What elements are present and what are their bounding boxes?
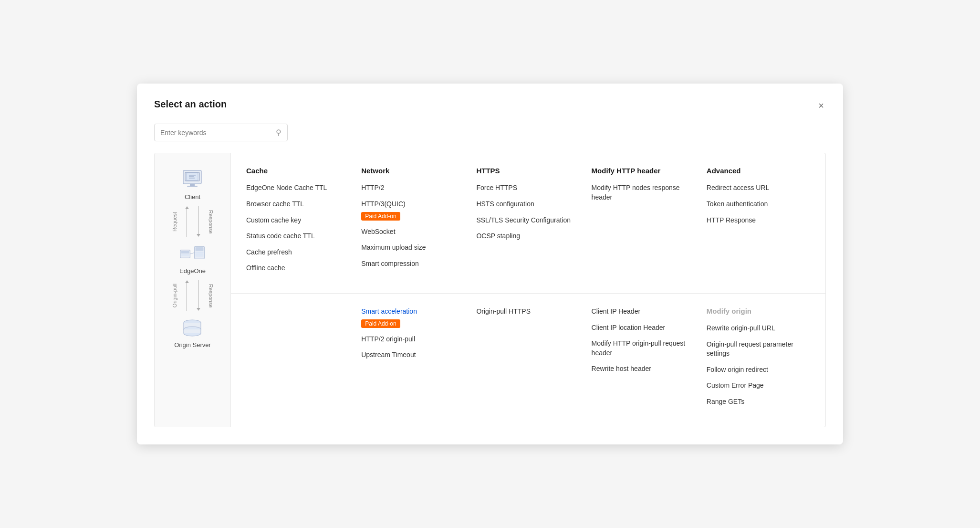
search-icon: ⚲ <box>276 128 281 137</box>
edgeone-icon <box>179 243 206 265</box>
svg-rect-3 <box>190 184 195 186</box>
section-modify-http-header: Modify HTTP header Modify HTTP nodes res… <box>592 167 707 280</box>
item-client-ip-header[interactable]: Client IP Header <box>592 307 695 317</box>
item-smart-acceleration-wrapper: Smart acceleration Paid Add-on <box>361 307 465 328</box>
modal-header: Select an action × <box>154 99 826 112</box>
item-modify-http-nodes-response-header[interactable]: Modify HTTP nodes response header <box>592 183 695 202</box>
section-cache-bottom <box>246 307 361 413</box>
item-origin-pull-https[interactable]: Origin-pull HTTPS <box>476 307 580 317</box>
sections-bottom-row: Smart acceleration Paid Add-on HTTP/2 or… <box>231 294 825 427</box>
item-custom-cache-key[interactable]: Custom cache key <box>246 216 350 225</box>
origin-server-icon <box>179 317 206 339</box>
sidebar-diagram: Client Request Resp <box>162 169 223 348</box>
http3-paid-badge: Paid Add-on <box>361 212 400 221</box>
item-status-code-cache-ttl[interactable]: Status code cache TTL <box>246 232 350 241</box>
svg-rect-4 <box>187 186 198 187</box>
item-smart-compression[interactable]: Smart compression <box>361 259 465 269</box>
section-https-bottom: Origin-pull HTTPS <box>476 307 591 413</box>
arrow-group-2: Origin-pull Response <box>174 276 212 315</box>
section-network: Network HTTP/2 HTTP/3(QUIC) Paid Add-on … <box>361 167 476 280</box>
item-custom-error-page[interactable]: Custom Error Page <box>707 381 810 391</box>
modal: Select an action × ⚲ <box>137 84 843 444</box>
edgeone-node: EdgeOne <box>179 243 206 275</box>
origin-server-node: Origin Server <box>174 317 211 348</box>
section-modify-http-header-bottom: Client IP Header Client IP location Head… <box>592 307 707 413</box>
svg-rect-15 <box>195 252 203 253</box>
search-bar: ⚲ <box>154 124 288 141</box>
item-browser-cache-ttl[interactable]: Browser cache TTL <box>246 200 350 209</box>
svg-rect-10 <box>181 251 189 254</box>
item-cache-prefresh[interactable]: Cache prefresh <box>246 248 350 257</box>
sections-top-row: Cache EdgeOne Node Cache TTL Browser cac… <box>231 153 825 294</box>
item-force-https[interactable]: Force HTTPS <box>476 183 580 193</box>
item-rewrite-origin-pull-url[interactable]: Rewrite origin-pull URL <box>707 324 810 333</box>
svg-rect-17 <box>195 255 203 257</box>
item-redirect-access-url[interactable]: Redirect access URL <box>707 183 810 193</box>
search-input[interactable] <box>160 129 273 137</box>
svg-rect-14 <box>195 247 203 251</box>
item-origin-pull-request-parameter-settings[interactable]: Origin-pull request parameter settings <box>707 340 810 359</box>
section-cache: Cache EdgeOne Node Cache TTL Browser cac… <box>246 167 361 280</box>
item-range-gets[interactable]: Range GETs <box>707 397 810 407</box>
sidebar: Client Request Resp <box>155 153 231 426</box>
item-token-authentication[interactable]: Token authentication <box>707 200 810 209</box>
svg-rect-12 <box>181 255 189 256</box>
item-http2-origin-pull[interactable]: HTTP/2 origin-pull <box>361 335 465 344</box>
item-follow-origin-redirect[interactable]: Follow origin redirect <box>707 365 810 375</box>
item-http2[interactable]: HTTP/2 <box>361 183 465 193</box>
network-title: Network <box>361 167 465 175</box>
section-network-bottom: Smart acceleration Paid Add-on HTTP/2 or… <box>361 307 476 413</box>
item-modify-http-origin-pull-request-header[interactable]: Modify HTTP origin-pull request header <box>592 339 695 358</box>
origin-server-label: Origin Server <box>174 341 211 348</box>
client-node: Client <box>179 169 206 201</box>
item-offline-cache[interactable]: Offline cache <box>246 264 350 273</box>
client-label: Client <box>185 193 200 201</box>
svg-rect-11 <box>181 254 189 255</box>
svg-line-18 <box>190 253 194 254</box>
smart-acceleration-paid-badge: Paid Add-on <box>361 319 400 328</box>
client-icon <box>179 169 206 191</box>
item-http3[interactable]: HTTP/3(QUIC) <box>361 200 465 209</box>
modal-title: Select an action <box>154 99 227 110</box>
item-maximum-upload-size[interactable]: Maximum upload size <box>361 243 465 253</box>
item-websocket[interactable]: WebSocket <box>361 227 465 237</box>
item-rewrite-host-header[interactable]: Rewrite host header <box>592 364 695 374</box>
section-advanced: Advanced Redirect access URL Token authe… <box>707 167 810 280</box>
close-button[interactable]: × <box>816 99 826 112</box>
item-upstream-timeout[interactable]: Upstream Timeout <box>361 350 465 360</box>
item-hsts-configuration[interactable]: HSTS configuration <box>476 200 580 209</box>
item-edgeone-node-cache-ttl[interactable]: EdgeOne Node Cache TTL <box>246 183 350 193</box>
item-ssl-tls-security[interactable]: SSL/TLS Security Configuration <box>476 216 580 225</box>
cache-title: Cache <box>246 167 350 175</box>
arrow-group-1: Request Response <box>174 202 212 241</box>
main-content: Cache EdgeOne Node Cache TTL Browser cac… <box>231 153 825 426</box>
item-ocsp-stapling[interactable]: OCSP stapling <box>476 232 580 241</box>
https-title: HTTPS <box>476 167 580 175</box>
modify-http-header-title: Modify HTTP header <box>592 167 695 175</box>
modify-origin-title: Modify origin <box>707 307 810 315</box>
svg-rect-16 <box>195 254 203 255</box>
section-https: HTTPS Force HTTPS HSTS configuration SSL… <box>476 167 591 280</box>
item-client-ip-location-header[interactable]: Client IP location Header <box>592 323 695 333</box>
item-http3-wrapper: HTTP/3(QUIC) Paid Add-on <box>361 200 465 221</box>
item-smart-acceleration[interactable]: Smart acceleration <box>361 307 465 317</box>
content-area: Client Request Resp <box>154 153 826 427</box>
edgeone-label: EdgeOne <box>179 267 206 275</box>
item-http-response[interactable]: HTTP Response <box>707 216 810 225</box>
advanced-title: Advanced <box>707 167 810 175</box>
section-advanced-bottom: Modify origin Rewrite origin-pull URL Or… <box>707 307 810 413</box>
svg-rect-25 <box>184 329 201 333</box>
